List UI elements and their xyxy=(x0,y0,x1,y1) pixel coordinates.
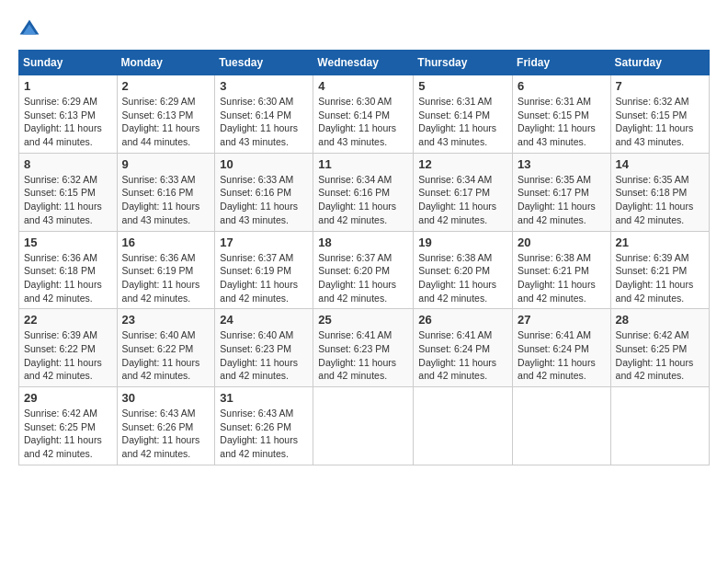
day-info: Sunrise: 6:30 AMSunset: 6:14 PMDaylight:… xyxy=(220,95,308,149)
day-number: 9 xyxy=(122,157,210,171)
day-number: 8 xyxy=(24,157,112,171)
day-number: 15 xyxy=(24,236,112,249)
day-info: Sunrise: 6:37 AMSunset: 6:20 PMDaylight:… xyxy=(318,251,408,305)
day-number: 2 xyxy=(122,79,210,93)
weekday-header-thursday: Thursday xyxy=(414,51,513,75)
calendar-cell xyxy=(610,387,709,465)
day-number: 30 xyxy=(122,391,210,405)
day-number: 14 xyxy=(616,157,704,171)
calendar-cell: 8 Sunrise: 6:32 AMSunset: 6:15 PMDayligh… xyxy=(19,153,118,231)
day-number: 22 xyxy=(24,313,112,327)
calendar-cell: 28 Sunrise: 6:42 AMSunset: 6:25 PMDaylig… xyxy=(610,309,709,387)
day-info: Sunrise: 6:43 AMSunset: 6:26 PMDaylight:… xyxy=(122,407,210,461)
calendar-cell: 25 Sunrise: 6:41 AMSunset: 6:23 PMDaylig… xyxy=(313,309,414,387)
day-info: Sunrise: 6:38 AMSunset: 6:20 PMDaylight:… xyxy=(418,251,507,305)
logo-icon xyxy=(18,18,40,40)
day-info: Sunrise: 6:29 AMSunset: 6:13 PMDaylight:… xyxy=(24,95,112,149)
page-header xyxy=(18,18,710,40)
calendar-week-5: 29 Sunrise: 6:42 AMSunset: 6:25 PMDaylig… xyxy=(19,387,710,465)
day-info: Sunrise: 6:32 AMSunset: 6:15 PMDaylight:… xyxy=(616,95,704,149)
calendar-cell: 18 Sunrise: 6:37 AMSunset: 6:20 PMDaylig… xyxy=(313,231,414,309)
calendar-cell: 19 Sunrise: 6:38 AMSunset: 6:20 PMDaylig… xyxy=(414,231,513,309)
day-info: Sunrise: 6:41 AMSunset: 6:23 PMDaylight:… xyxy=(318,328,408,383)
day-info: Sunrise: 6:34 AMSunset: 6:17 PMDaylight:… xyxy=(418,173,507,227)
day-number: 5 xyxy=(418,79,507,93)
day-number: 17 xyxy=(220,236,308,249)
day-info: Sunrise: 6:31 AMSunset: 6:14 PMDaylight:… xyxy=(418,95,507,149)
day-info: Sunrise: 6:40 AMSunset: 6:23 PMDaylight:… xyxy=(220,328,308,383)
calendar-cell: 21 Sunrise: 6:39 AMSunset: 6:21 PMDaylig… xyxy=(610,231,709,309)
weekday-header-sunday: Sunday xyxy=(19,51,118,75)
calendar-cell: 2 Sunrise: 6:29 AMSunset: 6:13 PMDayligh… xyxy=(117,75,215,154)
calendar-cell: 17 Sunrise: 6:37 AMSunset: 6:19 PMDaylig… xyxy=(215,231,313,309)
calendar-cell: 11 Sunrise: 6:34 AMSunset: 6:16 PMDaylig… xyxy=(313,153,414,231)
calendar-cell xyxy=(513,387,611,465)
day-number: 18 xyxy=(318,236,408,249)
day-info: Sunrise: 6:35 AMSunset: 6:17 PMDaylight:… xyxy=(518,173,606,227)
calendar-table: SundayMondayTuesdayWednesdayThursdayFrid… xyxy=(18,50,710,465)
day-info: Sunrise: 6:37 AMSunset: 6:19 PMDaylight:… xyxy=(220,251,308,305)
day-number: 1 xyxy=(24,79,112,93)
calendar-cell: 29 Sunrise: 6:42 AMSunset: 6:25 PMDaylig… xyxy=(19,387,118,465)
day-number: 4 xyxy=(318,79,408,93)
weekday-header-wednesday: Wednesday xyxy=(313,51,414,75)
calendar-cell: 5 Sunrise: 6:31 AMSunset: 6:14 PMDayligh… xyxy=(414,75,513,154)
day-info: Sunrise: 6:30 AMSunset: 6:14 PMDaylight:… xyxy=(318,95,408,149)
day-info: Sunrise: 6:42 AMSunset: 6:25 PMDaylight:… xyxy=(616,328,704,383)
day-info: Sunrise: 6:29 AMSunset: 6:13 PMDaylight:… xyxy=(122,95,210,149)
day-info: Sunrise: 6:40 AMSunset: 6:22 PMDaylight:… xyxy=(122,328,210,383)
day-number: 3 xyxy=(220,79,308,93)
day-info: Sunrise: 6:41 AMSunset: 6:24 PMDaylight:… xyxy=(518,328,606,383)
calendar-cell: 26 Sunrise: 6:41 AMSunset: 6:24 PMDaylig… xyxy=(414,309,513,387)
day-number: 7 xyxy=(616,79,704,93)
day-number: 12 xyxy=(418,157,507,171)
calendar-cell: 10 Sunrise: 6:33 AMSunset: 6:16 PMDaylig… xyxy=(215,153,313,231)
day-number: 11 xyxy=(318,157,408,171)
calendar-cell: 15 Sunrise: 6:36 AMSunset: 6:18 PMDaylig… xyxy=(19,231,118,309)
weekday-header-friday: Friday xyxy=(513,51,611,75)
calendar-cell xyxy=(313,387,414,465)
calendar-week-4: 22 Sunrise: 6:39 AMSunset: 6:22 PMDaylig… xyxy=(19,309,710,387)
day-number: 25 xyxy=(318,313,408,327)
day-number: 13 xyxy=(518,157,606,171)
calendar-cell: 1 Sunrise: 6:29 AMSunset: 6:13 PMDayligh… xyxy=(19,75,118,154)
calendar-cell: 9 Sunrise: 6:33 AMSunset: 6:16 PMDayligh… xyxy=(117,153,215,231)
calendar-cell: 12 Sunrise: 6:34 AMSunset: 6:17 PMDaylig… xyxy=(414,153,513,231)
day-number: 24 xyxy=(220,313,308,327)
day-info: Sunrise: 6:32 AMSunset: 6:15 PMDaylight:… xyxy=(24,173,112,227)
logo xyxy=(18,18,44,40)
calendar-cell: 6 Sunrise: 6:31 AMSunset: 6:15 PMDayligh… xyxy=(513,75,611,154)
day-info: Sunrise: 6:34 AMSunset: 6:16 PMDaylight:… xyxy=(318,173,408,227)
calendar-cell: 7 Sunrise: 6:32 AMSunset: 6:15 PMDayligh… xyxy=(610,75,709,154)
weekday-header-saturday: Saturday xyxy=(610,51,709,75)
calendar-cell: 31 Sunrise: 6:43 AMSunset: 6:26 PMDaylig… xyxy=(215,387,313,465)
day-info: Sunrise: 6:35 AMSunset: 6:18 PMDaylight:… xyxy=(616,173,704,227)
calendar-cell: 24 Sunrise: 6:40 AMSunset: 6:23 PMDaylig… xyxy=(215,309,313,387)
day-number: 23 xyxy=(122,313,210,327)
day-info: Sunrise: 6:36 AMSunset: 6:19 PMDaylight:… xyxy=(122,251,210,305)
calendar-cell: 23 Sunrise: 6:40 AMSunset: 6:22 PMDaylig… xyxy=(117,309,215,387)
calendar-week-1: 1 Sunrise: 6:29 AMSunset: 6:13 PMDayligh… xyxy=(19,75,710,154)
day-info: Sunrise: 6:31 AMSunset: 6:15 PMDaylight:… xyxy=(518,95,606,149)
day-number: 20 xyxy=(518,236,606,249)
weekday-header-tuesday: Tuesday xyxy=(215,51,313,75)
day-number: 21 xyxy=(616,236,704,249)
day-info: Sunrise: 6:43 AMSunset: 6:26 PMDaylight:… xyxy=(220,407,308,461)
day-info: Sunrise: 6:38 AMSunset: 6:21 PMDaylight:… xyxy=(518,251,606,305)
calendar-cell: 27 Sunrise: 6:41 AMSunset: 6:24 PMDaylig… xyxy=(513,309,611,387)
day-info: Sunrise: 6:42 AMSunset: 6:25 PMDaylight:… xyxy=(24,407,112,461)
day-number: 28 xyxy=(616,313,704,327)
calendar-cell xyxy=(414,387,513,465)
calendar-cell: 22 Sunrise: 6:39 AMSunset: 6:22 PMDaylig… xyxy=(19,309,118,387)
day-info: Sunrise: 6:33 AMSunset: 6:16 PMDaylight:… xyxy=(220,173,308,227)
calendar-cell: 14 Sunrise: 6:35 AMSunset: 6:18 PMDaylig… xyxy=(610,153,709,231)
day-number: 16 xyxy=(122,236,210,249)
calendar-cell: 4 Sunrise: 6:30 AMSunset: 6:14 PMDayligh… xyxy=(313,75,414,154)
calendar-cell: 20 Sunrise: 6:38 AMSunset: 6:21 PMDaylig… xyxy=(513,231,611,309)
calendar-cell: 30 Sunrise: 6:43 AMSunset: 6:26 PMDaylig… xyxy=(117,387,215,465)
calendar-cell: 3 Sunrise: 6:30 AMSunset: 6:14 PMDayligh… xyxy=(215,75,313,154)
day-number: 6 xyxy=(518,79,606,93)
day-number: 26 xyxy=(418,313,507,327)
calendar-header-row: SundayMondayTuesdayWednesdayThursdayFrid… xyxy=(19,51,710,75)
day-number: 29 xyxy=(24,391,112,405)
